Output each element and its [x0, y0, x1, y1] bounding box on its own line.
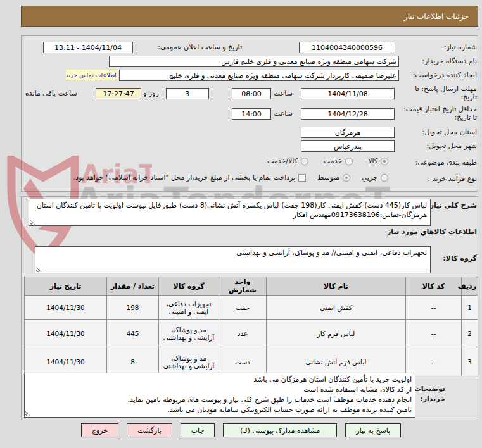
radio-goods-label: کالا — [368, 157, 377, 165]
table-row: 3 -- لباس فرم آتش نشانی دست مد و پوشاک، … — [25, 347, 478, 376]
col-group: گروه کالا — [159, 277, 219, 296]
creator-field[interactable]: علیرضا صمیمی کارپرداز شرکت سهامی منطقه و… — [119, 70, 399, 81]
col-item-name: نام کالا — [267, 277, 406, 296]
table-row: 1 -- کفش ایمنی جفت تجهیزات دفاعی، ایمنی … — [25, 296, 478, 320]
validity-date-field[interactable]: 1404/12/28 — [301, 108, 395, 120]
cell-group: تجهیزات دفاعی، ایمنی و امنیتی — [159, 296, 219, 320]
buyer-contact-link[interactable]: اطلاعات تماس خریدار — [66, 70, 118, 80]
need-number-label: شماره نیاز: — [444, 43, 477, 51]
table-row: 2 -- لباس فرم کار عدد مد و پوشاک، آرایشی… — [25, 320, 478, 347]
deadline-date-field[interactable]: 1404/11/08 — [301, 88, 395, 99]
cell-item-name: لباس فرم کار — [267, 320, 406, 347]
province-label: استان محل تحویل: — [422, 128, 477, 136]
buyer-name-field[interactable]: شرکت سهامی منطقه ویژه صنایع معدنی و فلزی… — [109, 56, 399, 67]
cell-item-name: کفش ایمنی — [267, 296, 406, 320]
need-description-text: لباس کار(445 دست)-کفش ایمنی کار(198 جفت)… — [37, 201, 427, 219]
cell-unit: دست — [219, 347, 267, 376]
price-validity-label: حداقل تاریخ اعتبار قیمت: تا تاریخ: — [402, 105, 477, 121]
cell-unit: عدد — [219, 320, 267, 347]
deadline-time-field[interactable]: 08:00 — [232, 88, 271, 99]
table-header-row: ردیف کد کالا نام کالا واحد شمارش گروه کا… — [25, 277, 478, 296]
cell-item-code: -- — [406, 347, 462, 376]
radio-medium[interactable] — [343, 174, 350, 182]
radio-goods[interactable] — [381, 158, 388, 165]
buyer-notes-line: از کد کالای مشابه استفاده شده است — [28, 385, 412, 395]
respond-to-need-button[interactable]: پاسخ به نیاز — [345, 423, 401, 437]
cell-item-name: لباس فرم آتش نشانی — [267, 347, 406, 376]
creator-label: ایجاد کننده درخواست: — [413, 71, 477, 79]
subject-option-goods: کالا — [368, 157, 388, 165]
buyer-notes-line: انجام دهنده خدمات موظف است خدمات را طبق … — [28, 395, 412, 405]
validity-hour-label: ساعت — [274, 109, 293, 118]
buyer-notes-line: اولویت خرید با تأمین کنندگان استان هرمزگ… — [28, 375, 412, 385]
cell-quantity: 8 — [107, 347, 159, 376]
need-description-label: شرح کلي نیاز: — [427, 201, 477, 209]
radio-goods-service-label: کالا/خدمت — [267, 157, 298, 165]
cell-need-date: 1404/11/30 — [25, 320, 107, 347]
subject-option-service: خدمت — [324, 157, 353, 165]
goods-group-label: گروه کالا: — [443, 254, 477, 263]
radio-minor[interactable] — [381, 174, 388, 182]
cell-quantity: 445 — [107, 320, 159, 347]
validity-time-field[interactable]: 14:00 — [232, 108, 271, 120]
print-button[interactable]: چاپ — [181, 423, 215, 437]
radio-service-label: خدمت — [324, 157, 342, 165]
cell-need-date: 1404/11/30 — [25, 296, 107, 320]
resize-handle-icon[interactable] — [30, 219, 35, 225]
need-details-page: AriaTender AriaTenderneT جزئیات اطلاعات … — [0, 0, 482, 448]
back-button[interactable]: بازگشت — [127, 423, 172, 437]
treasury-payment-option: پرداخت تمام یا بخشی از مبلغ خرید،از محل … — [73, 173, 307, 182]
process-option-minor: جزیي — [362, 173, 388, 182]
process-type-options: جزیي متوسط پرداخت تمام یا بخشی از مبلغ خ… — [73, 173, 388, 182]
remaining-label: ساعت باقی مانده — [25, 89, 77, 97]
footer-button-bar: پاسخ به نیاز مشاهده مدارک پیوستی (3) چاپ… — [0, 423, 482, 437]
time-remaining-field[interactable]: 17:27:47 — [96, 88, 141, 99]
goods-group-textarea[interactable]: تجهیزات دفاعی، ایمنی و امنیتی// مد و پوش… — [35, 246, 431, 273]
process-type-label: نوع فرآیند خرید : — [428, 175, 477, 183]
col-quantity: تعداد / مقدار — [107, 277, 159, 296]
need-description-textarea[interactable]: لباس کار(445 دست)-کفش ایمنی کار(198 جفت)… — [29, 199, 431, 226]
treasury-payment-label: پرداخت تمام یا بخشی از مبلغ خرید،از محل … — [73, 173, 296, 182]
items-table: ردیف کد کالا نام کالا واحد شمارش گروه کا… — [24, 277, 478, 376]
col-need-date: تاریخ نیاز — [25, 277, 107, 296]
col-item-code: کد کالا — [406, 277, 462, 296]
radio-medium-label: متوسط — [317, 173, 339, 182]
cell-quantity: 198 — [107, 296, 159, 320]
days-label: روز و — [143, 89, 159, 97]
city-field[interactable]: بندرعباس — [301, 140, 395, 152]
cell-row-number: 2 — [462, 320, 478, 347]
deadline-label: مهلت ارسال پاسخ: تا تاریخ: — [402, 85, 477, 101]
cell-group: مد و پوشاک، آرایشی و بهداشتی — [159, 320, 219, 347]
cell-row-number: 3 — [462, 347, 478, 376]
page-title: جزئیات اطلاعات نیاز — [21, 6, 478, 27]
subject-option-goods-service: کالا/خدمت — [267, 157, 308, 165]
radio-service[interactable] — [345, 158, 353, 165]
cell-need-date: 1404/11/30 — [25, 347, 107, 376]
cell-item-code: -- — [406, 320, 462, 347]
cell-group: مد و پوشاک، آرایشی و بهداشتی — [159, 347, 219, 376]
col-row-number: ردیف — [462, 277, 478, 296]
treasury-payment-checkbox[interactable] — [298, 174, 306, 182]
resize-handle-icon[interactable] — [36, 266, 42, 272]
announce-datetime-label: تاریخ و ساعت اعلان عمومی: — [158, 43, 242, 51]
days-remaining-field[interactable]: 3 — [166, 88, 209, 99]
goods-group-text: تجهیزات دفاعی، ایمنی و امنیتی// مد و پوش… — [236, 249, 427, 257]
buyer-notes-textarea[interactable]: اولویت خرید با تأمین کنندگان استان هرمزگ… — [24, 373, 415, 418]
announce-datetime-field[interactable]: 1404/11/04 - 13:11 — [43, 42, 133, 53]
exit-button[interactable]: خروج — [81, 423, 118, 437]
buyer-notes-line: تامین کننده برنده موظف به ارائه صورت حسا… — [28, 405, 412, 415]
buyer-name-label: نام دستگاه خریدار: — [422, 57, 477, 65]
view-attached-docs-button[interactable]: مشاهده مدارک پیوستی (3) — [223, 423, 337, 437]
subject-class-label: طبقه بندی موضوعی: — [415, 158, 477, 166]
subject-class-options: کالا خدمت کالا/خدمت — [267, 157, 388, 165]
cell-row-number: 1 — [462, 296, 478, 320]
province-field[interactable]: هرمزگان — [301, 127, 395, 138]
page-title-text: جزئیات اطلاعات نیاز — [404, 12, 469, 21]
radio-minor-label: جزیي — [362, 173, 377, 182]
deadline-hour-label: ساعت — [274, 89, 293, 97]
need-number-field[interactable]: 1104004340000596 — [299, 42, 395, 53]
city-label: شهر محل تحویل: — [426, 142, 477, 150]
col-unit: واحد شمارش — [219, 277, 267, 296]
process-option-medium: متوسط — [317, 173, 350, 182]
radio-goods-service[interactable] — [301, 158, 308, 165]
